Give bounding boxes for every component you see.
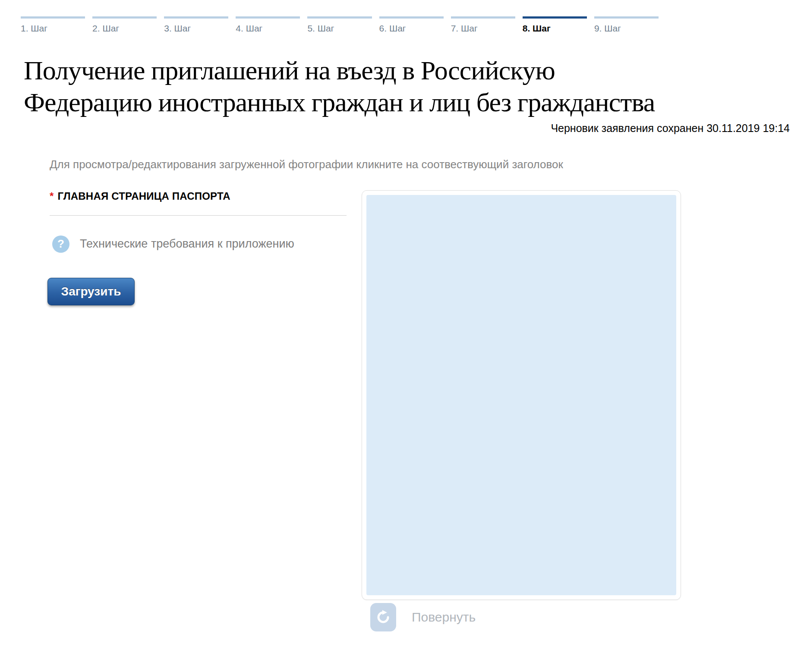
- step-tab-5[interactable]: 5. Шаг: [307, 16, 372, 34]
- step-tab-2[interactable]: 2. Шаг: [92, 16, 157, 34]
- tech-requirements-row: ? Технические требования к приложению: [52, 236, 347, 253]
- step-navigation: 1. Шаг 2. Шаг 3. Шаг 4. Шаг 5. Шаг 6. Ша…: [21, 16, 659, 34]
- section-header: *ГЛАВНАЯ СТРАНИЦА ПАСПОРТА: [50, 190, 347, 216]
- page-title-line2: Федерацию иностранных граждан и лиц без …: [24, 86, 671, 118]
- required-asterisk: *: [50, 190, 54, 202]
- tech-requirements-link[interactable]: Технические требования к приложению: [80, 237, 294, 251]
- page-title-line1: Получение приглашений на въезд в Российс…: [24, 54, 671, 86]
- passport-main-page-heading[interactable]: ГЛАВНАЯ СТРАНИЦА ПАСПОРТА: [58, 190, 230, 202]
- question-icon[interactable]: ?: [52, 236, 69, 253]
- draft-saved-status: Черновик заявления сохранен 30.11.2019 1…: [24, 122, 790, 135]
- step-tab-3[interactable]: 3. Шаг: [164, 16, 228, 34]
- step-tab-8[interactable]: 8. Шаг: [523, 16, 587, 34]
- photo-edit-instruction: Для просмотра/редактирования загруженной…: [50, 158, 654, 171]
- content-area: *ГЛАВНАЯ СТРАНИЦА ПАСПОРТА ? Технические…: [50, 190, 807, 631]
- upload-button[interactable]: Загрузить: [47, 278, 135, 305]
- rotate-row: Повернуть: [370, 603, 681, 631]
- photo-placeholder: [366, 195, 676, 595]
- step-tab-6[interactable]: 6. Шаг: [379, 16, 444, 34]
- step-tab-7[interactable]: 7. Шаг: [451, 16, 515, 34]
- step-tab-1[interactable]: 1. Шаг: [21, 16, 85, 34]
- page-title: Получение приглашений на въезд в Российс…: [24, 54, 671, 119]
- rotate-label: Повернуть: [412, 610, 476, 625]
- rotate-button[interactable]: [370, 603, 396, 631]
- photo-preview-panel: [362, 190, 681, 600]
- step-tab-9[interactable]: 9. Шаг: [594, 16, 659, 34]
- rotate-cw-icon: [375, 609, 391, 625]
- passport-photo-controls: *ГЛАВНАЯ СТРАНИЦА ПАСПОРТА ? Технические…: [50, 190, 347, 305]
- photo-preview-column: Повернуть: [362, 190, 681, 631]
- step-tab-4[interactable]: 4. Шаг: [236, 16, 300, 34]
